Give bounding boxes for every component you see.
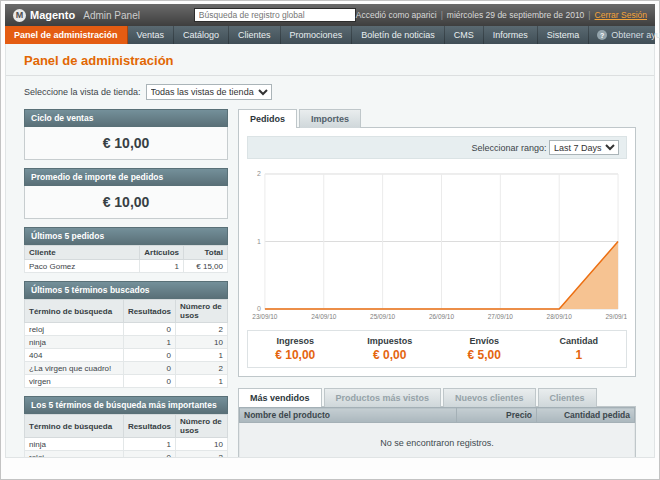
svg-text:29/09/10: 29/09/10 [605,313,627,320]
help-icon: ? [597,30,607,40]
table-header-row: Término de búsqueda Resultados Número de… [25,415,228,438]
svg-text:28/09/10: 28/09/10 [547,313,573,320]
current-date: miércoles 29 de septiembre de 2010 [447,10,585,20]
store-view-select[interactable]: Todas las vistas de tienda [146,84,272,100]
svg-text:2: 2 [257,170,261,177]
help-link[interactable]: ? Obtener ayuda para esta página [589,26,660,44]
lifetime-sales-value: € 10,00 [24,127,228,160]
page-title: Panel de administración [6,44,654,75]
table-cell: 1 [123,438,175,451]
column-header: Cantidad pedida [537,408,635,423]
svg-text:0: 0 [257,305,261,312]
stat-ingresos: Ingresos € 10,00 [248,336,343,362]
svg-text:26/09/10: 26/09/10 [429,313,455,320]
svg-text:23/09/10: 23/09/10 [252,313,278,320]
tab-importes[interactable]: Importes [299,109,361,128]
tab-mas-vendidos[interactable]: Más vendidos [238,388,322,407]
stat-label: Ingresos [248,336,343,346]
nav-item-informes[interactable]: Informes [484,26,538,44]
table-cell: 0 [123,323,175,336]
stat-cantidad: Cantidad 1 [532,336,627,362]
nav-item-dashboard[interactable]: Panel de administración [5,26,128,44]
last-orders-table: Cliente Artículos Total Paco Gomez1€ 15,… [24,245,228,273]
table-cell: 1 [123,336,175,349]
stat-value: 1 [532,348,627,362]
table-cell: ninja [25,336,124,349]
table-cell: 2 [176,323,228,336]
store-view-label: Seleccione la vista de tienda: [24,87,141,97]
column-header: Nombre del producto [240,408,457,423]
column-header: Resultados [123,415,175,438]
chart-tabs: Pedidos Importes [238,109,636,128]
table-row: 40401 [25,349,228,362]
nav-item-cms[interactable]: CMS [445,26,484,44]
lifetime-sales-box: Ciclo de ventas € 10,00 [24,109,228,160]
table-cell: 0 [123,375,175,388]
nav-item-boletin[interactable]: Boletín de noticias [352,26,445,44]
stat-label: Impuestos [343,336,438,346]
stat-label: Envíos [437,336,532,346]
help-label: Obtener ayuda para esta página [611,30,660,40]
stat-envios: Envíos € 5,00 [437,336,532,362]
dashboard-columns: Ciclo de ventas € 10,00 Promedio de impo… [6,102,654,458]
table-cell: 10 [176,438,228,451]
stat-value: € 10,00 [248,348,343,362]
stat-value: € 5,00 [437,348,532,362]
svg-text:27/09/10: 27/09/10 [488,313,514,320]
svg-text:1: 1 [257,238,261,245]
table-header-row: Término de búsqueda Resultados Número de… [25,300,228,323]
column-header: Precio [457,408,537,423]
chart-container: 01223/09/1024/09/1025/09/1026/09/1027/09… [247,166,627,324]
table-cell: 0 [123,451,175,459]
products-tabs: Más vendidos Productos más vistos Nuevos… [238,388,636,407]
range-selector-bar: Seleccionar rango: Last 7 Days [247,136,627,159]
separator: | [441,10,443,20]
dashboard-right-column: Pedidos Importes Seleccionar rango: Last… [238,109,636,458]
last-orders-title: Últimos 5 pedidos [24,227,228,245]
logout-link[interactable]: Cerrar Sesión [595,10,647,20]
admin-panel-label: Admin Panel [83,10,140,21]
nav-item-promociones[interactable]: Promociones [281,26,353,44]
column-header: Resultados [123,300,175,323]
range-select[interactable]: Last 7 Days [549,140,619,155]
table-cell: 1 [176,349,228,362]
table-cell: virgen [25,375,124,388]
tab-clientes[interactable]: Clientes [538,388,597,407]
last-orders-box: Últimos 5 pedidos Cliente Artículos Tota… [24,227,228,273]
last-search-terms-title: Últimos 5 términos buscados [24,281,228,299]
bestsellers-panel: Nombre del producto Precio Cantidad pedi… [238,406,636,458]
table-row: reloj02 [25,323,228,336]
column-header: Cliente [25,246,140,260]
nav-item-ventas[interactable]: Ventas [128,26,175,44]
top-search-terms-title: Los 5 términos de búsqueda más important… [24,396,228,414]
dashboard-content: Panel de administración Seleccione la vi… [5,44,655,458]
top-search-terms-box: Los 5 términos de búsqueda más important… [24,396,228,458]
stat-label: Cantidad [532,336,627,346]
bestsellers-table: Nombre del producto Precio Cantidad pedi… [239,407,635,458]
average-order-box: Promedio de importe de pedidos € 10,00 [24,168,228,219]
magento-logo: M Magento Admin Panel [13,9,194,22]
column-header: Total [184,246,228,260]
orders-panel: Seleccionar rango: Last 7 Days 01223/09/… [238,127,636,377]
tab-productos-mas-vistos[interactable]: Productos más vistos [324,388,442,407]
global-search-input[interactable] [194,8,356,22]
main-navigation: Panel de administración Ventas Catálogo … [5,26,655,44]
column-header: Artículos [140,246,184,260]
nav-item-sistema[interactable]: Sistema [538,26,590,44]
table-cell: 0 [123,362,175,375]
store-view-switcher: Seleccione la vista de tienda: Todas las… [6,76,654,102]
logged-in-as: Accedió como aparici [356,10,437,20]
top-search-terms-table: Término de búsqueda Resultados Número de… [24,414,228,458]
last-search-terms-table: Término de búsqueda Resultados Número de… [24,299,228,388]
tab-pedidos[interactable]: Pedidos [238,109,297,128]
column-header: Número de usos [176,300,228,323]
table-row: virgen01 [25,375,228,388]
column-header: Término de búsqueda [25,300,124,323]
nav-item-catalogo[interactable]: Catálogo [174,26,229,44]
tab-nuevos-clientes[interactable]: Nuevos clientes [443,388,536,407]
table-cell: 404 [25,349,124,362]
nav-item-clientes[interactable]: Clientes [229,26,281,44]
column-header: Número de usos [176,415,228,438]
magento-admin-window: M Magento Admin Panel Accedió como apari… [0,0,660,480]
table-cell: ninja [25,438,124,451]
